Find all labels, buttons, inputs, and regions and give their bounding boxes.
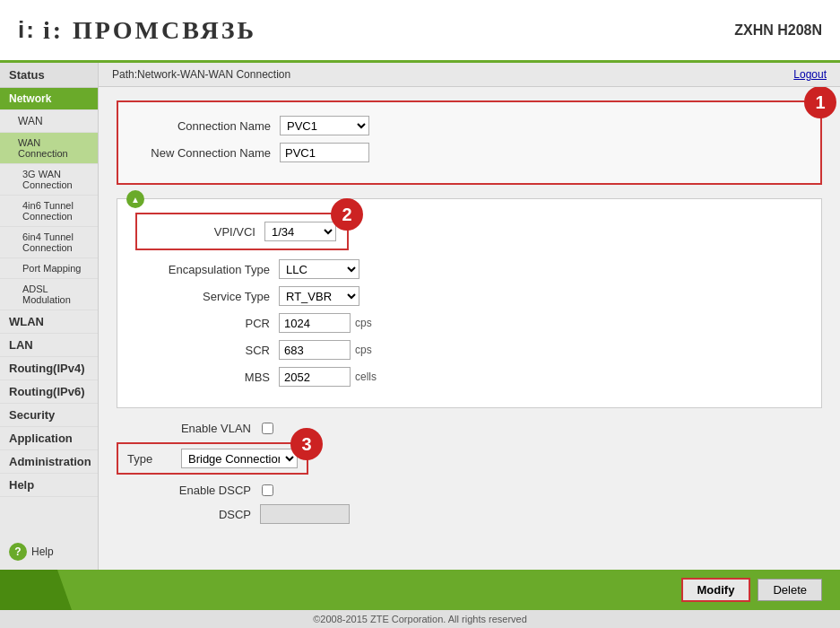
sidebar: Status Network WAN WAN Connection 3G WAN… <box>0 63 99 570</box>
sidebar-item-help[interactable]: Help <box>0 474 98 497</box>
unit-scr: cps <box>355 344 372 356</box>
sidebar-item-lan[interactable]: LAN <box>0 334 98 357</box>
label-pcr: PCR <box>135 317 279 330</box>
breadcrumb: Path:Network-WAN-WAN Connection <box>112 68 290 81</box>
help-label: Help <box>31 545 54 558</box>
sidebar-item-administration[interactable]: Administration <box>0 450 98 474</box>
label-service-type: Service Type <box>135 290 279 303</box>
logo-icon: і: <box>18 16 36 44</box>
device-name: ZXHN H208N <box>734 22 822 39</box>
content-header: Path:Network-WAN-WAN Connection Logout <box>99 63 840 87</box>
sidebar-item-wlan[interactable]: WLAN <box>0 310 98 334</box>
row-encapsulation: Encapsulation Type LLC <box>135 259 803 279</box>
row-vpi-vci: VPI/VCI 1/34 <box>148 222 336 241</box>
unit-pcr: cps <box>355 317 372 329</box>
copyright: ©2008-2015 ZTE Corporation. All rights r… <box>0 610 840 628</box>
row-enable-dscp: Enable DSCP <box>117 484 822 497</box>
help-icon: ? <box>9 543 27 561</box>
sidebar-status: Status <box>0 63 98 88</box>
collapse-arrow[interactable]: ▲ <box>126 190 144 208</box>
sidebar-item-6in4[interactable]: 6in4 Tunnel Connection <box>0 227 98 258</box>
sidebar-item-3g-wan[interactable]: 3G WAN Connection <box>0 164 98 196</box>
row-service-type: Service Type RT_VBR <box>135 286 803 306</box>
checkbox-enable-vlan[interactable] <box>262 423 273 434</box>
row-scr: SCR cps <box>135 340 803 360</box>
input-mbs[interactable] <box>279 367 351 387</box>
sidebar-item-application[interactable]: Application <box>0 427 98 450</box>
select-encapsulation[interactable]: LLC <box>279 259 359 279</box>
sidebar-item-adsl[interactable]: ADSL Modulation <box>0 279 98 310</box>
checkbox-enable-dscp[interactable] <box>262 484 273 496</box>
input-scr[interactable] <box>279 340 351 360</box>
row-new-connection-name: New Connection Name <box>136 143 802 162</box>
row-pcr: PCR cps <box>135 313 803 333</box>
badge-1: 1 <box>804 87 836 118</box>
input-dscp[interactable] <box>260 504 350 524</box>
select-service-type[interactable]: RT_VBR <box>279 286 359 306</box>
select-connection-name[interactable]: PVC1 <box>280 116 369 135</box>
row-type: Type Bridge Connection <box>127 449 298 468</box>
label-enable-vlan: Enable VLAN <box>117 422 260 435</box>
label-enable-dscp: Enable DSCP <box>117 484 260 497</box>
row-dscp: DSCP <box>117 504 822 524</box>
sidebar-item-wan-connection[interactable]: WAN Connection <box>0 133 98 164</box>
sidebar-item-network[interactable]: Network <box>0 88 98 110</box>
select-vpi-vci[interactable]: 1/34 <box>264 222 336 241</box>
logout-button[interactable]: Logout <box>793 68 827 81</box>
input-pcr[interactable] <box>279 313 351 333</box>
sidebar-item-routing-ipv6[interactable]: Routing(IPv6) <box>0 380 98 404</box>
logo-label: і: ПРОМСВЯЗЬ <box>43 16 256 45</box>
section-connection-name: Connection Name PVC1 New Connection Name… <box>117 100 822 185</box>
sidebar-item-4in6[interactable]: 4in6 Tunnel Connection <box>0 196 98 227</box>
logo: і: і: ПРОМСВЯЗЬ <box>18 16 256 45</box>
section-vlan-type: Enable VLAN Type Bridge Connection 3 <box>117 422 822 524</box>
modify-button[interactable]: Modify <box>681 578 751 602</box>
row-enable-vlan: Enable VLAN <box>117 422 822 435</box>
sidebar-item-port-mapping[interactable]: Port Mapping <box>0 258 98 279</box>
content-body: Connection Name PVC1 New Connection Name… <box>99 87 840 570</box>
label-connection-name: Connection Name <box>136 119 280 133</box>
label-mbs: MBS <box>135 371 279 384</box>
badge-2: 2 <box>331 198 363 231</box>
label-new-connection-name: New Connection Name <box>136 146 280 160</box>
section-vpi-vci: ▲ VPI/VCI 1/34 2 Encapsulation Type <box>117 198 822 408</box>
label-scr: SCR <box>135 344 279 357</box>
delete-button[interactable]: Delete <box>758 579 822 601</box>
row-connection-name: Connection Name PVC1 <box>136 116 802 135</box>
sidebar-help[interactable]: ? Help <box>0 534 98 570</box>
label-encapsulation: Encapsulation Type <box>135 263 279 276</box>
sidebar-item-security[interactable]: Security <box>0 404 98 427</box>
label-type: Type <box>127 452 181 466</box>
content-area: Path:Network-WAN-WAN Connection Logout C… <box>99 63 840 570</box>
main-area: Status Network WAN WAN Connection 3G WAN… <box>0 63 840 570</box>
badge-3: 3 <box>290 428 323 460</box>
sidebar-item-routing-ipv4[interactable]: Routing(IPv4) <box>0 357 98 380</box>
label-dscp: DSCP <box>117 508 260 521</box>
footer-decor <box>0 570 72 610</box>
input-new-connection-name[interactable] <box>280 143 369 162</box>
footer: Modify Delete <box>0 570 840 610</box>
unit-mbs: cells <box>355 371 377 383</box>
header: і: і: ПРОМСВЯЗЬ ZXHN H208N <box>0 0 840 63</box>
sidebar-item-wan[interactable]: WAN <box>0 110 98 133</box>
label-vpi-vci: VPI/VCI <box>148 225 264 239</box>
select-type[interactable]: Bridge Connection <box>181 449 298 468</box>
row-mbs: MBS cells <box>135 367 803 387</box>
